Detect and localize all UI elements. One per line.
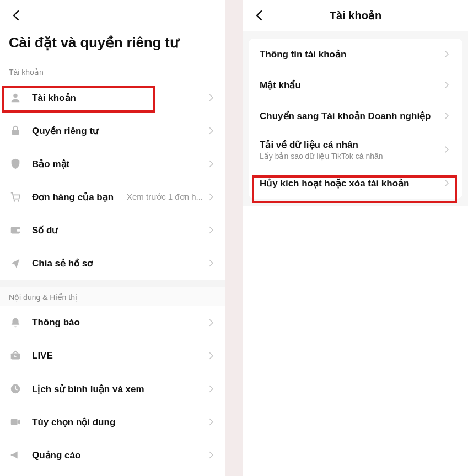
row-switch-business[interactable]: Chuyển sang Tài khoản Doanh nghiệp — [249, 100, 462, 131]
section-divider — [0, 280, 225, 287]
chevron-right-icon — [206, 126, 216, 136]
chevron-right-icon — [206, 450, 216, 460]
row-content-preferences[interactable]: Tùy chọn nội dung — [0, 405, 225, 438]
row-share-profile[interactable]: Chia sẻ hồ sơ — [0, 247, 225, 280]
svg-rect-8 — [11, 419, 18, 425]
section-label-content: Nội dung & Hiển thị — [0, 287, 225, 306]
megaphone-icon — [9, 448, 22, 462]
chevron-right-icon — [206, 159, 216, 169]
chevron-right-icon — [206, 318, 216, 328]
wallet-icon — [9, 223, 22, 237]
page-title: Cài đặt và quyền riêng tư — [0, 31, 225, 62]
back-button[interactable] — [7, 6, 26, 25]
clock-icon — [9, 382, 22, 395]
row-password[interactable]: Mật khẩu — [249, 69, 462, 100]
chevron-right-icon — [442, 178, 451, 188]
svg-point-0 — [13, 94, 17, 98]
row-privacy[interactable]: Quyền riêng tư — [0, 114, 225, 147]
row-balance[interactable]: Số dư — [0, 213, 225, 247]
live-icon — [9, 349, 22, 362]
shield-icon — [9, 157, 22, 170]
chevron-right-icon — [206, 258, 216, 268]
chevron-right-icon — [206, 351, 216, 361]
row-label: Bảo mật — [32, 158, 206, 170]
row-label: Chuyển sang Tài khoản Doanh nghiệp — [260, 110, 442, 122]
list-container: Thông tin tài khoản Mật khẩu Chuyển sang… — [243, 31, 468, 206]
row-security[interactable]: Bảo mật — [0, 147, 225, 180]
account-screen: Tài khoản Thông tin tài khoản Mật khẩu C… — [243, 0, 468, 476]
row-label: Thông báo — [32, 317, 206, 328]
chevron-right-icon — [206, 192, 216, 202]
chevron-right-icon — [206, 225, 216, 235]
svg-rect-1 — [12, 130, 19, 135]
header: Tài khoản — [243, 0, 468, 31]
svg-point-2 — [14, 200, 15, 202]
section-label-account: Tài khoản — [0, 62, 225, 81]
row-deactivate-delete[interactable]: Hủy kích hoạt hoặc xóa tài khoản — [249, 168, 462, 199]
row-label: Mật khẩu — [260, 79, 442, 91]
page-title: Tài khoản — [250, 9, 461, 22]
row-notifications[interactable]: Thông báo — [0, 306, 225, 339]
row-label: Tài khoản — [32, 92, 206, 104]
chevron-right-icon — [206, 417, 216, 427]
row-orders[interactable]: Đơn hàng của bạn Xem trước 1 đơn h... — [0, 180, 225, 213]
cart-icon — [9, 190, 22, 204]
chevron-right-icon — [206, 384, 216, 394]
header — [0, 0, 225, 31]
row-hint: Xem trước 1 đơn h... — [127, 192, 203, 202]
row-history[interactable]: Lịch sử bình luận và xem — [0, 372, 225, 405]
settings-screen: Cài đặt và quyền riêng tư Tài khoản Tài … — [0, 0, 225, 476]
lock-icon — [9, 124, 22, 137]
arrow-left-icon — [10, 9, 23, 22]
row-label: Quảng cáo — [32, 450, 206, 461]
chevron-right-icon — [206, 93, 216, 103]
row-account[interactable]: Tài khoản — [0, 81, 225, 114]
row-label: Tải về dữ liệu cá nhân — [260, 139, 442, 151]
chevron-right-icon — [442, 111, 451, 121]
person-icon — [9, 91, 22, 104]
share-icon — [9, 256, 22, 270]
row-label: Số dư — [32, 224, 206, 236]
row-label: Lịch sử bình luận và xem — [32, 383, 206, 395]
row-label: LIVE — [32, 350, 206, 361]
row-label: Quyền riêng tư — [32, 125, 206, 137]
chevron-right-icon — [442, 145, 451, 154]
list-card: Thông tin tài khoản Mật khẩu Chuyển sang… — [249, 39, 462, 199]
row-subtitle: Lấy bản sao dữ liệu TikTok cá nhân — [260, 152, 442, 161]
row-ads[interactable]: Quảng cáo — [0, 438, 225, 472]
row-live[interactable]: LIVE — [0, 339, 225, 372]
row-label: Tùy chọn nội dung — [32, 416, 206, 428]
chevron-right-icon — [442, 49, 451, 59]
video-icon — [9, 415, 22, 429]
svg-rect-5 — [17, 229, 20, 232]
row-label: Đơn hàng của bạn — [32, 191, 127, 203]
bell-icon — [9, 316, 22, 329]
row-label: Chia sẻ hồ sơ — [32, 258, 206, 269]
svg-point-3 — [18, 200, 19, 202]
row-download-data[interactable]: Tải về dữ liệu cá nhân Lấy bản sao dữ li… — [249, 131, 462, 168]
chevron-right-icon — [442, 80, 451, 90]
row-label: Thông tin tài khoản — [260, 49, 442, 60]
row-account-info[interactable]: Thông tin tài khoản — [249, 39, 462, 69]
row-label: Hủy kích hoạt hoặc xóa tài khoản — [260, 178, 442, 189]
